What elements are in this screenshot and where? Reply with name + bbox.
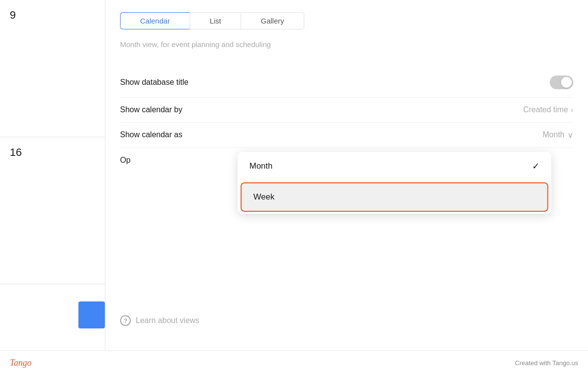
tab-calendar[interactable]: Calendar bbox=[120, 12, 190, 29]
calendar-day-16: 16 bbox=[0, 137, 105, 284]
show-calendar-as-row: Show calendar as Month ∨ bbox=[120, 123, 573, 148]
help-icon: ? bbox=[120, 315, 131, 326]
settings-panel: Calendar List Gallery Month view, for ev… bbox=[105, 0, 588, 375]
bottom-bar: Tango Created with Tango.us bbox=[0, 350, 588, 375]
calendar-as-dropdown: Month ✓ Week bbox=[238, 152, 551, 214]
chevron-right-icon: › bbox=[571, 106, 573, 114]
show-calendar-by-row: Show calendar by Created time › bbox=[120, 98, 573, 123]
show-database-title-row: Show database title bbox=[120, 68, 573, 98]
show-calendar-by-value[interactable]: Created time › bbox=[523, 105, 573, 114]
view-tabs: Calendar List Gallery bbox=[120, 12, 573, 29]
dropdown-item-week[interactable]: Week bbox=[241, 182, 548, 212]
show-calendar-as-label: Show calendar as bbox=[120, 130, 182, 139]
tango-logo: Tango bbox=[10, 358, 31, 368]
show-calendar-by-label: Show calendar by bbox=[120, 105, 182, 114]
tab-gallery[interactable]: Gallery bbox=[241, 12, 304, 29]
chevron-down-icon: ∨ bbox=[567, 130, 573, 140]
view-description: Month view, for event planning and sched… bbox=[120, 39, 306, 50]
tab-list[interactable]: List bbox=[190, 12, 241, 29]
dropdown-item-month[interactable]: Month ✓ bbox=[238, 152, 551, 180]
calendar-day-9: 9 bbox=[0, 0, 105, 137]
checkmark-icon: ✓ bbox=[532, 161, 539, 172]
database-title-toggle[interactable] bbox=[550, 75, 573, 89]
show-database-title-label: Show database title bbox=[120, 78, 189, 87]
main-container: 9 16 Calendar List Gallery Month view, f… bbox=[0, 0, 588, 375]
created-with-text: Created with Tango.us bbox=[515, 359, 578, 367]
calendar-event-block bbox=[78, 301, 105, 328]
show-calendar-as-value[interactable]: Month ∨ bbox=[543, 130, 573, 140]
learn-about-views-label: Learn about views bbox=[136, 316, 199, 325]
learn-about-views-row[interactable]: ? Learn about views bbox=[120, 305, 199, 336]
